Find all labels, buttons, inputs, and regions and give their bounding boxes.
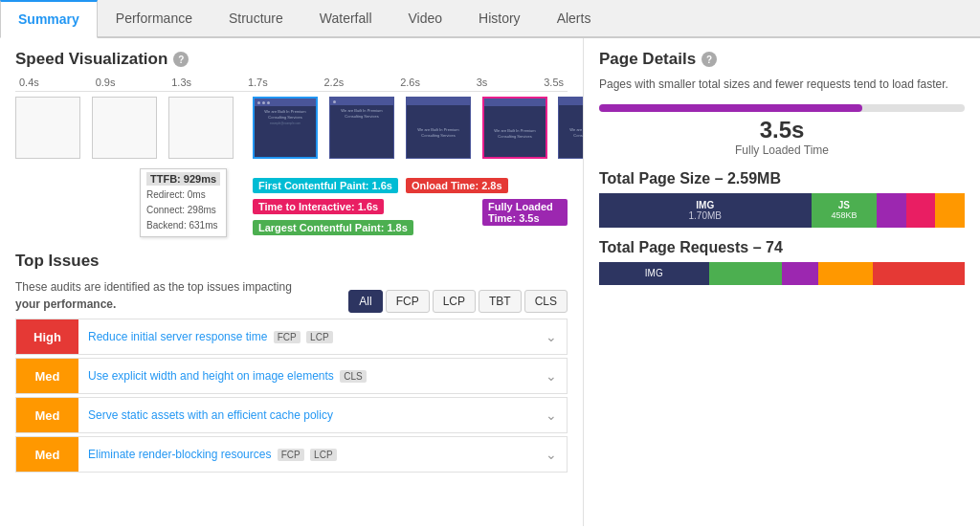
filter-cls[interactable]: CLS xyxy=(524,290,568,313)
issue-badge-fcp-3: FCP xyxy=(278,449,304,461)
page-details-subtitle: Pages with smaller total sizes and fewer… xyxy=(599,77,965,93)
req-seg-css xyxy=(782,262,818,285)
issue-text-0: Reduce initial server response time FCP … xyxy=(78,322,536,351)
thumb-2 xyxy=(168,97,234,159)
issue-severity-med-2: Med xyxy=(16,398,78,432)
tab-structure[interactable]: Structure xyxy=(211,0,301,36)
thumb-3: We are Built In Premium Consulting Servi… xyxy=(253,97,318,159)
speed-viz-help-icon[interactable]: ? xyxy=(173,52,189,67)
filter-all[interactable]: All xyxy=(348,290,382,313)
size-seg-css xyxy=(877,193,906,228)
req-seg-js xyxy=(709,262,782,285)
tab-bar: Summary Performance Structure Waterfall … xyxy=(0,0,980,38)
tab-waterfall[interactable]: Waterfall xyxy=(301,0,390,36)
tab-video[interactable]: Video xyxy=(390,0,461,36)
issue-row-3: Med Eliminate render-blocking resources … xyxy=(15,436,568,473)
time-marker-5: 2.6s xyxy=(400,77,420,88)
req-seg-img: IMG xyxy=(599,262,709,285)
page-requests-title: Total Page Requests – 74 xyxy=(599,239,965,256)
speed-viz-section: Speed Visualization ? 0.4s 0.9s 1.3s 1.7… xyxy=(15,50,568,244)
filter-buttons: All FCP LCP TBT CLS xyxy=(348,290,568,313)
loaded-time-container: 3.5s Fully Loaded Time xyxy=(599,104,965,157)
issue-badge-lcp-3: LCP xyxy=(310,449,336,461)
issue-severity-high: High xyxy=(16,319,78,354)
fcp-label: First Contentful Paint: 1.6s xyxy=(253,178,398,193)
thumb-5: We are Built In Premium Consulting Servi… xyxy=(406,97,471,159)
time-marker-6: 3s xyxy=(477,77,488,88)
tab-summary[interactable]: Summary xyxy=(0,0,98,38)
issue-row-2: Med Serve static assets with an efficien… xyxy=(15,397,568,433)
top-issues-header: These audits are identified as the top i… xyxy=(15,278,568,313)
time-marker-4: 2.2s xyxy=(324,77,345,88)
issue-badge-fcp-0: FCP xyxy=(274,331,301,343)
issue-severity-med-3: Med xyxy=(16,437,78,472)
req-seg-other xyxy=(818,262,873,285)
time-marker-3: 1.7s xyxy=(248,77,268,88)
issue-row-0: High Reduce initial server response time… xyxy=(15,319,568,355)
ttfb-box: TTFB: 929ms Redirect: 0ms Connect: 298ms… xyxy=(140,168,227,237)
speed-viz-title: Speed Visualization xyxy=(15,50,167,69)
onload-label: Onload Time: 2.8s xyxy=(406,178,508,193)
time-marker-7: 3.5s xyxy=(544,77,564,88)
time-marker-0: 0.4s xyxy=(19,77,39,88)
viz-area: We are Built In Premium Consulting Servi… xyxy=(15,91,568,244)
size-seg-other xyxy=(906,193,936,228)
size-seg-font xyxy=(935,193,965,228)
lcp-label: Largest Contentful Paint: 1.8s xyxy=(253,220,413,235)
req-seg-html xyxy=(873,262,965,285)
tab-alerts[interactable]: Alerts xyxy=(539,0,610,36)
issue-badge-lcp-0: LCP xyxy=(306,331,332,343)
loaded-time-label: Fully Loaded Time xyxy=(599,143,965,157)
time-markers-row: 0.4s 0.9s 1.3s 1.7s 2.2s 2.6s 3s 3.5s xyxy=(15,77,568,88)
issue-expand-1[interactable]: ⌄ xyxy=(536,368,567,384)
issue-text-1: Use explicit width and height on image e… xyxy=(78,362,536,390)
tab-history[interactable]: History xyxy=(460,0,539,36)
issue-text-3: Eliminate render-blocking resources FCP … xyxy=(78,440,536,469)
fully-loaded-label: Fully Loaded Time: 3.5s xyxy=(482,199,568,226)
issue-link-3[interactable]: Eliminate render-blocking resources xyxy=(88,448,271,461)
issue-badge-cls-1: CLS xyxy=(340,370,366,383)
loaded-time-fill xyxy=(599,104,862,112)
page-size-bar: IMG 1.70MB JS 458KB xyxy=(599,193,965,228)
tti-label: Time to Interactive: 1.6s xyxy=(253,199,384,214)
thumb-7: We are Built In Premium Consulting Servi… xyxy=(558,97,584,159)
size-seg-img: IMG 1.70MB xyxy=(599,193,812,228)
top-issues-subtitle: These audits are identified as the top i… xyxy=(15,278,292,313)
thumb-1 xyxy=(92,97,157,159)
ttfb-redirect: Redirect: 0ms xyxy=(146,187,220,203)
loaded-time-track xyxy=(599,104,965,112)
top-issues-section: Top Issues These audits are identified a… xyxy=(15,252,568,473)
loaded-time-value: 3.5s xyxy=(599,117,965,143)
page-details-help-icon[interactable]: ? xyxy=(702,52,717,67)
issue-text-2: Serve static assets with an efficient ca… xyxy=(78,401,536,429)
issue-expand-2[interactable]: ⌄ xyxy=(536,407,567,423)
ttfb-backend: Backend: 631ms xyxy=(146,218,220,233)
time-marker-2: 1.3s xyxy=(171,77,191,88)
page-requests-bar: IMG xyxy=(599,262,965,285)
size-seg-js: JS 458KB xyxy=(812,193,878,228)
thumb-4: We are Built In Premium Consulting Servi… xyxy=(329,97,394,159)
issue-row-1: Med Use explicit width and height on ima… xyxy=(15,358,568,394)
issue-link-0[interactable]: Reduce initial server response time xyxy=(88,330,267,343)
issue-expand-0[interactable]: ⌄ xyxy=(536,329,567,344)
issue-expand-3[interactable]: ⌄ xyxy=(536,447,567,462)
ttfb-connect: Connect: 298ms xyxy=(146,203,220,218)
tab-performance[interactable]: Performance xyxy=(98,0,211,36)
issue-link-1[interactable]: Use explicit width and height on image e… xyxy=(88,369,334,383)
page-size-title: Total Page Size – 2.59MB xyxy=(599,170,965,187)
filter-lcp[interactable]: LCP xyxy=(433,290,476,313)
page-details-title: Page Details xyxy=(599,50,696,69)
filter-fcp[interactable]: FCP xyxy=(386,290,430,313)
thumb-0 xyxy=(15,97,80,159)
time-marker-1: 0.9s xyxy=(96,77,116,88)
filter-tbt[interactable]: TBT xyxy=(479,290,522,313)
issue-severity-med-1: Med xyxy=(16,359,78,393)
top-issues-title: Top Issues xyxy=(15,252,100,271)
thumb-6: We are Built In Premium Consulting Servi… xyxy=(482,97,547,159)
issue-link-2[interactable]: Serve static assets with an efficient ca… xyxy=(88,408,333,422)
